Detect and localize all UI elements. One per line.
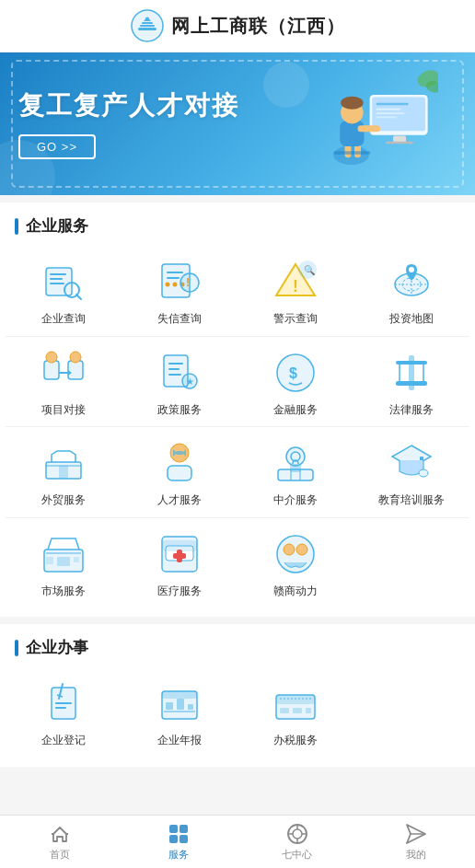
svg-point-82 <box>419 469 428 477</box>
svg-rect-63 <box>396 381 427 386</box>
service-item-trade-service[interactable]: 外贸服务 <box>6 427 122 517</box>
service-item-market-service[interactable]: 市场服务 <box>6 518 122 608</box>
svg-rect-109 <box>280 708 289 713</box>
nav-label-service: 服务 <box>168 848 189 862</box>
svg-rect-113 <box>169 825 178 833</box>
service-item-project-connect[interactable]: 项目对接 <box>6 337 122 427</box>
banner-title: 复工复产人才对接 <box>18 88 239 123</box>
service-item-ganshang-power[interactable]: 赣商动力 <box>238 518 353 608</box>
svg-rect-31 <box>167 272 183 273</box>
svg-point-46 <box>409 267 414 272</box>
nav-item-service[interactable]: 服务 <box>119 816 238 868</box>
svg-rect-115 <box>169 835 178 843</box>
company-search-icon <box>39 257 88 307</box>
home-icon <box>48 822 72 846</box>
svg-text:$: $ <box>289 365 297 381</box>
svg-rect-108 <box>276 695 315 704</box>
service-label-investment-map: 投资地图 <box>389 312 434 327</box>
policy-service-icon: ★ <box>155 348 204 398</box>
service-item-agency-service[interactable]: 中介服务 <box>238 427 353 517</box>
svg-point-36 <box>180 273 199 292</box>
nav-label-my: 我的 <box>406 848 426 862</box>
banner: 复工复产人才对接 GO >> <box>0 52 475 195</box>
nav-label-center: 七中心 <box>282 848 312 862</box>
enterprise-services-grid-row3: 外贸服务 人才服务 <box>0 427 475 517</box>
svg-rect-85 <box>46 557 53 564</box>
service-item-talent-service[interactable]: 人才服务 <box>122 427 238 517</box>
service-nav-icon <box>167 822 191 846</box>
nav-item-center[interactable]: 七中心 <box>238 816 356 868</box>
education-service-icon <box>387 438 436 488</box>
service-label-agency-service: 中介服务 <box>273 493 318 508</box>
svg-rect-21 <box>333 151 370 155</box>
service-label-law-service: 法律服务 <box>389 403 434 418</box>
svg-rect-73 <box>176 451 183 455</box>
svg-rect-11 <box>377 109 400 110</box>
service-item-annual-report[interactable]: 企业年报 <box>122 667 238 758</box>
svg-rect-2 <box>140 25 155 27</box>
enterprise-affairs-section: 企业办事 企业登记 <box>0 624 475 767</box>
service-item-medical-service[interactable]: 医疗服务 <box>122 518 238 608</box>
trade-service-icon <box>39 438 88 488</box>
banner-button[interactable]: GO >> <box>18 134 96 159</box>
service-label-finance-service: 金融服务 <box>273 403 318 418</box>
svg-rect-47 <box>44 361 59 379</box>
svg-rect-100 <box>55 707 66 709</box>
company-register-icon <box>39 678 88 728</box>
service-label-company-search: 企业查询 <box>41 312 86 327</box>
service-item-empty <box>353 518 469 608</box>
finance-service-icon: $ <box>271 348 320 398</box>
service-item-education-service[interactable]: 教育培训服务 <box>353 427 469 517</box>
enterprise-services-grid-row4: 市场服务 医疗服务 <box>0 518 475 608</box>
ganshang-power-icon <box>271 529 320 579</box>
service-label-policy-service: 政策服务 <box>157 403 202 418</box>
banner-illustration <box>309 62 457 186</box>
svg-point-93 <box>277 536 314 573</box>
svg-point-74 <box>286 447 305 466</box>
svg-text:★: ★ <box>186 376 194 387</box>
service-item-warning-check[interactable]: ! 🔍 警示查询 <box>238 246 353 336</box>
agency-service-icon <box>271 438 320 488</box>
service-item-credit-check[interactable]: ! 失信查询 <box>122 246 238 336</box>
svg-line-29 <box>76 295 81 299</box>
talent-service-icon <box>155 438 204 488</box>
service-item-company-register[interactable]: 企业登记 <box>6 667 122 758</box>
svg-rect-10 <box>377 103 409 106</box>
service-label-project-connect: 项目对接 <box>41 403 86 418</box>
svg-point-20 <box>341 97 364 110</box>
svg-rect-3 <box>142 22 153 24</box>
service-item-tax-service[interactable]: 办税服务 <box>238 667 353 758</box>
banner-person-svg <box>309 62 438 172</box>
service-item-company-search[interactable]: 企业查询 <box>6 246 122 336</box>
credit-check-icon: ! <box>155 257 204 307</box>
svg-rect-70 <box>168 466 191 480</box>
svg-rect-105 <box>188 704 193 710</box>
law-service-icon <box>387 348 436 398</box>
svg-rect-54 <box>168 363 183 365</box>
enterprise-services-grid: 企业查询 ! 失信查询 <box>0 246 475 336</box>
section-bar-2 <box>15 640 18 656</box>
svg-rect-62 <box>396 361 427 365</box>
svg-rect-17 <box>340 121 364 146</box>
service-item-policy-service[interactable]: ★ 政策服务 <box>122 337 238 427</box>
service-item-law-service[interactable]: 法律服务 <box>353 337 469 427</box>
nav-item-home[interactable]: 首页 <box>0 816 119 868</box>
service-item-investment-map[interactable]: 投资地图 <box>353 246 469 336</box>
service-label-tax-service: 办税服务 <box>273 734 318 748</box>
warning-check-icon: ! 🔍 <box>271 257 320 307</box>
service-label-market-service: 市场服务 <box>41 584 86 599</box>
svg-rect-116 <box>180 835 188 843</box>
logo-icon <box>131 9 164 42</box>
svg-rect-8 <box>393 136 406 143</box>
svg-rect-104 <box>177 699 184 710</box>
banner-content: 复工复产人才对接 GO >> <box>18 88 239 159</box>
svg-rect-67 <box>59 466 68 479</box>
svg-point-48 <box>46 352 57 363</box>
bottom-nav: 首页 服务 七中心 <box>0 815 475 868</box>
investment-map-icon <box>387 257 436 307</box>
service-item-finance-service[interactable]: $ 金融服务 <box>238 337 353 427</box>
svg-rect-79 <box>290 464 301 472</box>
nav-item-my[interactable]: 我的 <box>356 816 475 868</box>
service-label-annual-report: 企业年报 <box>157 734 202 748</box>
svg-rect-1 <box>138 28 156 30</box>
